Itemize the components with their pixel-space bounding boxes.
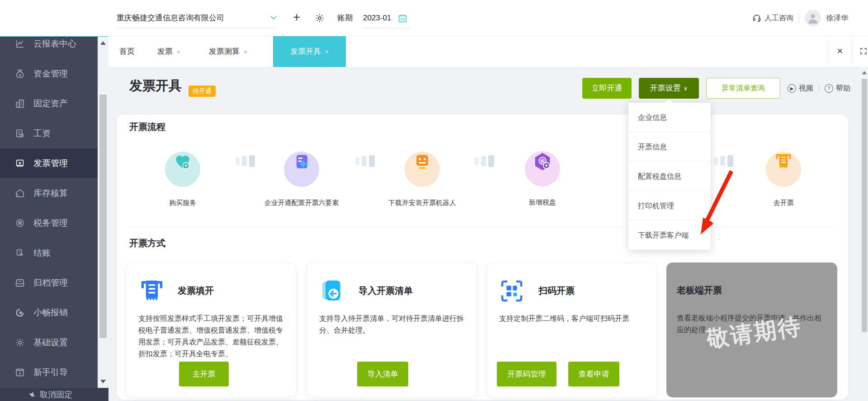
video-help-group: ▶视频 ?帮助: [788, 78, 850, 99]
tab-bar: 首页 发票× 发票测算× 发票开具× ×: [108, 36, 868, 67]
card-title: 老板端开票: [677, 284, 722, 296]
video-guide-icon: [15, 368, 25, 377]
user-name[interactable]: 徐泽华: [826, 14, 848, 23]
svg-text:税: 税: [540, 158, 545, 163]
close-icon[interactable]: ×: [325, 48, 329, 55]
warehouse-icon: [15, 188, 25, 198]
avatar[interactable]: [805, 10, 821, 26]
sidebar-item-inventory[interactable]: 库存核算: [0, 178, 98, 208]
menu-item-printer-manage[interactable]: 打印机管理: [628, 191, 711, 220]
building-icon: [15, 99, 25, 109]
invoice-settings-dropdown: 企业信息 开票信息 配置税盘信息 打印机管理 下载开票客户端: [628, 103, 711, 250]
menu-item-tax-disk-config[interactable]: 配置税盘信息: [628, 162, 711, 191]
page-title: 发票开具: [129, 77, 182, 95]
divider: [799, 13, 799, 23]
invoice-icon: [15, 158, 25, 168]
qr-scan-icon: [499, 278, 524, 304]
card-title: 扫码开票: [538, 285, 575, 297]
close-all-tabs-button[interactable]: ×: [830, 36, 850, 67]
menu-item-invoice-info[interactable]: 开票信息: [628, 132, 711, 162]
sidebar-scrollbar-thumb[interactable]: [99, 95, 107, 338]
scroll-up-arrow-icon[interactable]: [862, 71, 867, 74]
import-list-button[interactable]: 导入清单: [357, 362, 408, 387]
calendar-icon[interactable]: [398, 14, 407, 23]
invoice-settings-button[interactable]: 开票设置∨: [639, 78, 699, 99]
sidebar-item-tax[interactable]: 税 税务管理: [0, 208, 98, 238]
tab-invoice-calc[interactable]: 发票测算×: [209, 36, 247, 67]
view-requests-button[interactable]: 查看申请: [568, 362, 619, 387]
flow-step-buy-service: 购买服务: [128, 144, 237, 207]
invoice-code-manage-button[interactable]: 开票码管理: [497, 362, 557, 387]
sidebar-item-guide[interactable]: 新手引导: [0, 358, 98, 387]
card-title: 发票填开: [178, 285, 214, 297]
import-list-icon: [319, 278, 344, 304]
xiaochang-logo-icon: [15, 308, 25, 318]
card-description: 支持定制开票二维码，客户端可扫码开票: [499, 313, 646, 325]
app-window: 重庆畅捷交通信息咨询有限公司 + 账期 2023-01: [0, 0, 868, 401]
scroll-up-arrow-icon[interactable]: [100, 41, 106, 45]
period-underline: [362, 28, 410, 29]
divider: [852, 42, 852, 61]
sidebar-item-invoice-management[interactable]: 发票管理: [0, 148, 98, 178]
divider: [819, 84, 819, 92]
video-link[interactable]: ▶视频: [788, 84, 813, 93]
period-label: 账期: [337, 0, 353, 36]
sidebar-item-closing[interactable]: 结账: [0, 238, 98, 268]
fullscreen-button[interactable]: [854, 36, 868, 67]
main-scrollbar-thumb[interactable]: [862, 79, 867, 332]
question-circle-icon: ?: [825, 84, 833, 93]
sidebar-scrollbar[interactable]: [98, 37, 108, 388]
headset-icon: [752, 14, 761, 23]
person-icon: [807, 13, 818, 24]
top-bar: 重庆畅捷交通信息咨询有限公司 + 账期 2023-01: [0, 0, 868, 36]
flow-step-add-tax-disk: 税 新增税盘: [488, 144, 597, 207]
close-icon[interactable]: ×: [244, 48, 247, 55]
sidebar-item-settings[interactable]: 基础设置: [0, 328, 98, 358]
tab-home[interactable]: 首页: [119, 36, 135, 67]
support-link[interactable]: 人工咨询: [752, 14, 793, 23]
method-card-scan-code[interactable]: 扫码开票 支持定制开票二维码，客户端可扫码开票 开票码管理 查看申请: [486, 263, 657, 397]
sidebar-item-cloud-report[interactable]: 云报表中心: [0, 37, 98, 59]
sidebar-unpin-button[interactable]: 取消固定: [0, 388, 108, 401]
gear-icon: [15, 338, 25, 348]
tab-invoice-issue[interactable]: 发票开具×: [273, 36, 346, 67]
chart-icon: [15, 39, 25, 49]
method-card-import-list[interactable]: 导入开票清单 支持导入待开票清单，可对待开票清单进行拆分、合并处理。 导入清单: [307, 263, 477, 397]
payroll-doc-icon: [15, 129, 25, 138]
menu-item-company-info[interactable]: 企业信息: [628, 103, 711, 132]
card-description: 支持导入待开票清单，可对待开票清单进行拆分、合并处理。: [319, 313, 467, 336]
archive-inbox-icon: [15, 278, 25, 288]
heart-plus-icon: [173, 152, 193, 172]
sidebar-item-archive[interactable]: 归档管理: [0, 268, 98, 298]
scroll-down-arrow-icon[interactable]: [100, 380, 106, 383]
tax-seal-icon: 税: [15, 218, 25, 228]
sidebar-item-expense[interactable]: 小畅报销: [0, 298, 98, 328]
card-description: 支持按照发票样式手工填开发票；可开具增值税电子普通发票、增值税普通发票、增值税专…: [138, 313, 286, 360]
company-name[interactable]: 重庆畅捷交通信息咨询有限公司: [117, 0, 224, 36]
method-card-boss-invoice: 老板端开票 查看老板端小程序提交的开票申请，并作出相应的处理。 敬请期待: [666, 263, 837, 397]
sidebar-item-payroll[interactable]: 工资: [0, 119, 98, 148]
company-underline: [117, 28, 276, 29]
help-link[interactable]: ?帮助: [825, 84, 850, 93]
status-badge: 待开通: [189, 86, 216, 97]
tab-invoice[interactable]: 发票×: [157, 36, 180, 67]
go-invoice-button[interactable]: 去开票: [179, 362, 229, 387]
sidebar-item-fixed-assets[interactable]: 固定资产: [0, 89, 98, 119]
chevron-down-icon[interactable]: [269, 14, 278, 22]
method-card-invoice-fill[interactable]: 发票填开 支持按照发票样式手工填开发票；可开具增值税电子普通发票、增值税普通发票…: [126, 263, 297, 397]
sidebar: 云报表中心 资金管理 固定资产 工资 发票管理 库存核算: [0, 37, 98, 401]
period-value[interactable]: 2023-01: [363, 0, 391, 36]
abnormal-list-button[interactable]: 异常清单查询: [706, 78, 780, 99]
gear-icon[interactable]: [315, 13, 325, 23]
divider: [827, 42, 828, 61]
tax-disk-icon: 税: [532, 151, 553, 172]
sidebar-item-funds[interactable]: 资金管理: [0, 59, 98, 89]
add-company-button[interactable]: +: [293, 0, 300, 36]
activate-now-button[interactable]: 立即开通: [582, 78, 632, 99]
pin-icon: [28, 391, 36, 399]
menu-item-download-client[interactable]: 下载开票客户端: [628, 220, 711, 250]
doc-import-icon: [292, 152, 311, 172]
close-icon[interactable]: ×: [177, 48, 180, 55]
main-scrollbar[interactable]: [861, 67, 868, 401]
flow-step-configure: 企业开通配置开票六要素: [247, 144, 356, 207]
